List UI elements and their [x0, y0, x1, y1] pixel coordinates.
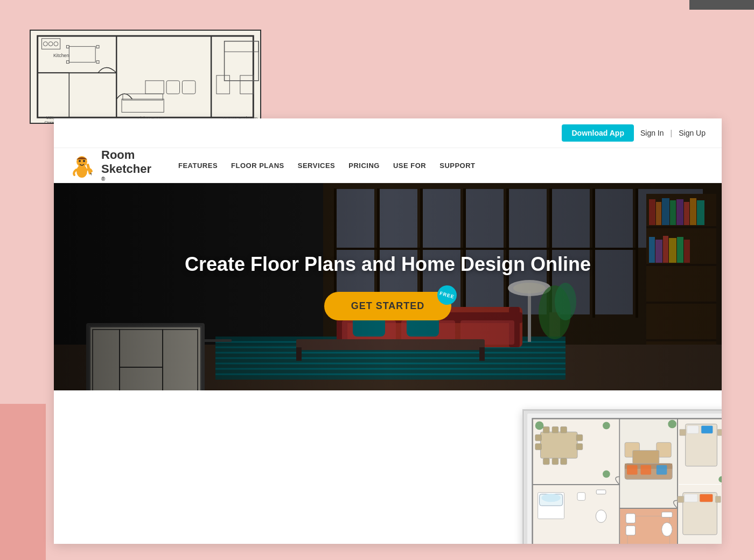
nav-separator: | — [671, 129, 673, 137]
svg-rect-133 — [576, 444, 583, 450]
svg-rect-137 — [543, 458, 549, 465]
svg-rect-150 — [657, 465, 667, 475]
svg-point-151 — [668, 420, 676, 429]
svg-rect-155 — [626, 514, 636, 523]
svg-point-141 — [603, 422, 610, 430]
nav-bar: Room Sketcher® FEATURES FLOOR PLANS SERV… — [54, 148, 722, 183]
svg-rect-170 — [577, 493, 585, 501]
floorplan-3d-svg — [524, 411, 722, 544]
download-app-button[interactable]: Download App — [562, 124, 633, 142]
top-bar-actions: Download App Sign In | Sign Up — [562, 124, 706, 142]
svg-rect-132 — [576, 435, 583, 441]
svg-rect-156 — [626, 526, 636, 535]
svg-point-31 — [79, 160, 81, 162]
svg-rect-164 — [700, 494, 713, 502]
get-started-label: GET STARTED — [351, 300, 425, 311]
logo-area[interactable]: Room Sketcher® — [70, 148, 151, 183]
website-container: Download App Sign In | Sign Up — [54, 118, 722, 544]
dark-corner-decoration — [689, 0, 754, 10]
svg-rect-163 — [685, 494, 697, 502]
hero-content: Create Floor Plans and Home Design Onlin… — [185, 253, 591, 320]
svg-rect-172 — [596, 490, 606, 494]
nav-link-pricing[interactable]: PRICING — [348, 162, 380, 170]
svg-rect-148 — [627, 465, 638, 475]
svg-rect-138 — [552, 458, 558, 465]
sign-in-link[interactable]: Sign In — [640, 129, 664, 137]
svg-rect-130 — [535, 435, 542, 441]
nav-link-use-for[interactable]: USE FOR — [393, 162, 426, 170]
svg-point-32 — [83, 160, 85, 162]
logo-line2: Sketcher® — [101, 162, 151, 183]
svg-rect-134 — [543, 426, 549, 433]
nav-link-features[interactable]: FEATURES — [178, 162, 218, 170]
logo-text: Room Sketcher® — [101, 148, 151, 183]
svg-rect-129 — [541, 432, 578, 458]
svg-rect-139 — [561, 458, 567, 465]
nav-link-floor-plans[interactable]: FLOOR PLANS — [231, 162, 284, 170]
svg-rect-147 — [633, 450, 659, 463]
svg-rect-149 — [640, 465, 651, 475]
free-badge: FREE — [435, 283, 459, 307]
svg-point-171 — [596, 510, 606, 522]
logo-line2-text: Sketcher — [101, 162, 151, 176]
svg-rect-159 — [701, 425, 713, 433]
svg-marker-34 — [90, 173, 92, 176]
svg-rect-136 — [561, 426, 567, 433]
nav-links: FEATURES FLOOR PLANS SERVICES PRICING US… — [178, 162, 706, 170]
svg-rect-160 — [680, 429, 686, 436]
logo-line1: Room — [101, 148, 151, 162]
svg-rect-161 — [717, 429, 722, 436]
nav-link-support[interactable]: SUPPORT — [439, 162, 475, 170]
svg-rect-154 — [662, 512, 673, 517]
svg-rect-135 — [552, 426, 558, 433]
svg-point-153 — [662, 522, 673, 536]
pink-block-bottom-left — [0, 404, 46, 560]
hero-section: Create Floor Plans and Home Design Onlin… — [54, 183, 722, 390]
sign-up-link[interactable]: Sign Up — [679, 129, 706, 137]
nav-link-services[interactable]: SERVICES — [298, 162, 336, 170]
hero-title: Create Floor Plans and Home Design Onlin… — [185, 253, 591, 276]
get-started-button[interactable]: GET STARTED FREE — [324, 292, 452, 320]
floorplan-2d-topleft: Kitchen Living Room Master Bedroom Utili… — [30, 30, 261, 124]
svg-point-140 — [535, 422, 544, 430]
floorplan-3d-card — [522, 409, 722, 544]
svg-text:Kitchen: Kitchen — [53, 53, 69, 58]
svg-point-169 — [541, 494, 560, 502]
logo-icon — [70, 151, 97, 180]
svg-rect-165 — [678, 496, 684, 503]
svg-point-142 — [603, 471, 610, 478]
svg-rect-131 — [535, 444, 542, 450]
svg-rect-158 — [687, 425, 699, 433]
svg-rect-166 — [715, 496, 721, 503]
top-bar: Download App Sign In | Sign Up — [54, 118, 722, 148]
